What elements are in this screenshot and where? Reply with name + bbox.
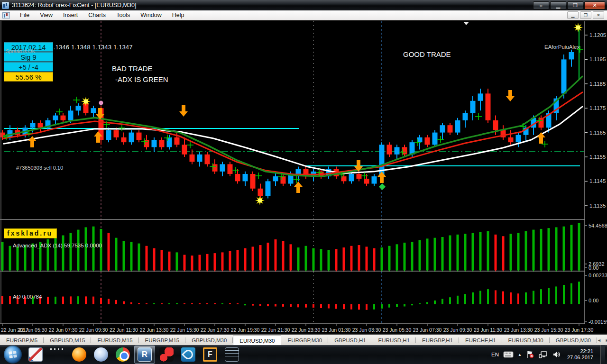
trading-app-icon (159, 347, 174, 362)
child-close-button[interactable]: ✕ (593, 11, 604, 19)
svg-text:22 Jun 09:30: 22 Jun 09:30 (79, 327, 108, 333)
movie-maker-icon (50, 347, 64, 362)
svg-text:22 Jun 19:30: 22 Jun 19:30 (231, 327, 260, 333)
taskbar-browser-sphere-icon[interactable] (91, 346, 111, 364)
child-minimize-button[interactable]: ▁ (567, 11, 579, 19)
menu-tools[interactable]: Tools (111, 11, 135, 19)
svg-text:23 Jun 13:30: 23 Jun 13:30 (504, 327, 533, 333)
network-icon[interactable] (539, 351, 548, 358)
signal-score: +5 / -4 (4, 62, 53, 72)
svg-text:23 Jun 15:30: 23 Jun 15:30 (534, 327, 563, 333)
metatrader-roboforex-icon: R (138, 347, 152, 362)
volume-icon[interactable] (552, 351, 561, 358)
start-button[interactable] (4, 346, 22, 364)
action-center-flag-icon[interactable] (526, 351, 534, 358)
quick-switch-button[interactable]: ⇔ (533, 1, 549, 9)
chart-area[interactable]: 1.12051.11951.11851.11751.11651.11551.11… (0, 20, 607, 335)
tab-eurgbp-m30[interactable]: EURGBP,M30 (281, 335, 328, 345)
taskbar-notepad-icon[interactable] (221, 346, 242, 364)
chart-window-icon (2, 12, 10, 18)
menu-view[interactable]: View (35, 11, 58, 19)
tab-gbpusd-m30[interactable]: GBPUSD,M30 (550, 335, 597, 345)
keyboard-icon[interactable] (503, 351, 514, 358)
ohlc-quote: .1346 1.1348 1.1343 1.1347 (54, 44, 133, 51)
tab-gbpusd-m15[interactable]: GBPUSD,M15 (44, 335, 91, 345)
clock[interactable]: 22:21 27.06.2017 (567, 348, 593, 361)
taskbar-movie-maker-icon[interactable] (47, 346, 68, 364)
tab-gbpusd-m30[interactable]: GBPUSD,M30 (185, 335, 233, 345)
order-label: #73650303 sell 0.10 (16, 165, 63, 171)
time-axis: 22 Jun 201722 Jun 05:3022 Jun 07:3022 Ju… (1, 324, 594, 333)
signal-info-panel: 2017.02.14 Spread is OK Sig 9 +5 / -4 55… (4, 42, 53, 82)
taskbar-paint-icon[interactable] (25, 346, 46, 364)
menu-help[interactable]: Help (167, 11, 190, 19)
desktop: 3113624: RoboForex-FixCent - [EURUSD,M30… (0, 0, 607, 364)
taskbar-blue-app-icon[interactable] (178, 346, 199, 364)
show-hidden-icons-arrow[interactable]: ▲ (518, 353, 522, 357)
horizontal-levels (4, 128, 584, 166)
tray-time: 22:21 (567, 348, 593, 355)
svg-text:1.1135: 1.1135 (589, 203, 606, 209)
tab-eurusd-m30[interactable]: EURUSD,M30 (502, 335, 550, 345)
svg-text:0.00233: 0.00233 (589, 273, 607, 278)
tab-eurusd-m30[interactable]: EURUSD,M30 (233, 336, 281, 345)
tabs-scroll-left[interactable]: ◄ (597, 338, 601, 343)
tab-eurusd-m15[interactable]: EURUSD,M15 (91, 335, 138, 345)
svg-text:-0.00159: -0.00159 (589, 319, 607, 325)
notepad-icon (225, 347, 239, 362)
taskbar: RF EN ▲ 22:21 (0, 345, 607, 364)
language-indicator[interactable]: EN (491, 352, 499, 357)
tab-eurusd-h1[interactable]: EURUSD,H1 (372, 335, 416, 345)
spread-status: Spread is OK (6, 48, 35, 54)
taskbar-forex-f-app-icon[interactable]: F (200, 346, 221, 364)
tab-eurgbp-m5[interactable]: EURGBP,M5 (0, 335, 44, 345)
svg-text:23 Jun 03:30: 23 Jun 03:30 (352, 327, 381, 333)
svg-text:23 Jun 17:30: 23 Jun 17:30 (565, 327, 594, 333)
tray-date: 27.06.2017 (567, 355, 593, 361)
annotation-good-trade: GOOD TRADE (403, 50, 451, 58)
menu-window[interactable]: Window (135, 11, 166, 19)
taskbar-trading-app-icon[interactable] (156, 346, 177, 364)
svg-text:22 Jun 21:30: 22 Jun 21:30 (261, 327, 290, 333)
taskbar-chrome-icon[interactable] (112, 346, 133, 364)
panel-borders (0, 21, 607, 334)
taskbar-firefox-icon[interactable] (69, 346, 90, 364)
ao-indicator-label: AO 0.00784 (13, 294, 42, 300)
tab-eurchf-h1[interactable]: EURCHF,H1 (459, 335, 502, 345)
tab-eurgbp-h1[interactable]: EURGBP,H1 (416, 335, 459, 345)
svg-text:1.1185: 1.1185 (589, 81, 606, 87)
menu-charts[interactable]: Charts (83, 11, 111, 19)
tabs-scroll-right[interactable]: ► (605, 338, 607, 343)
tab-gbpusd-h1[interactable]: GBPUSD,H1 (328, 335, 372, 345)
price-axis: 1.12051.11951.11851.11751.11651.11551.11… (585, 32, 606, 209)
svg-text:22 Jun 07:30: 22 Jun 07:30 (49, 327, 78, 333)
svg-text:1.1205: 1.1205 (589, 32, 606, 38)
svg-text:0.00: 0.00 (589, 265, 598, 271)
taskbar-metatrader-roboforex-icon[interactable]: R (134, 346, 155, 364)
forex-f-app-icon: F (203, 347, 217, 362)
svg-text:22 Jun 11:30: 22 Jun 11:30 (110, 327, 138, 333)
ao-histogram (2, 282, 579, 310)
svg-text:0.00: 0.00 (589, 298, 598, 303)
menu-file[interactable]: File (15, 11, 35, 19)
tab-eurgbp-m15[interactable]: EURGBP,M15 (139, 335, 186, 345)
chart-tabs-bar: EURGBP,M5GBPUSD,M15EURUSD,M15EURGBP,M15G… (0, 335, 607, 345)
menu-insert[interactable]: Insert (58, 11, 83, 19)
svg-text:22 Jun 23:30: 22 Jun 23:30 (292, 327, 321, 333)
window-title: 3113624: RoboForex-FixCent - [EURUSD,M30… (12, 2, 136, 9)
restore-button[interactable]: ❐ (567, 1, 583, 9)
svg-text:22 Jun 17:30: 22 Jun 17:30 (201, 327, 230, 333)
ea-name-label: EAforPuiuAlex (544, 44, 579, 50)
indicator-scales: 54.45682.69320.000.002330.00-0.00159 (585, 223, 607, 325)
minimize-button[interactable]: ▁ (550, 1, 566, 9)
svg-text:23 Jun 05:30: 23 Jun 05:30 (383, 327, 412, 333)
svg-text:1.1155: 1.1155 (589, 154, 606, 160)
svg-text:23 Jun 09:30: 23 Jun 09:30 (443, 327, 472, 333)
close-button[interactable]: ✕ (584, 1, 605, 9)
chart-canvas[interactable]: 1.12051.11951.11851.11751.11651.11551.11… (0, 20, 607, 335)
menu-bar: FileViewInsertChartsToolsWindowHelp ▁ ❐ … (0, 10, 607, 20)
show-desktop-button[interactable] (600, 345, 605, 364)
svg-text:23 Jun 01:30: 23 Jun 01:30 (322, 327, 351, 333)
child-restore-button[interactable]: ❐ (580, 11, 591, 19)
svg-text:54.4568: 54.4568 (589, 223, 607, 228)
